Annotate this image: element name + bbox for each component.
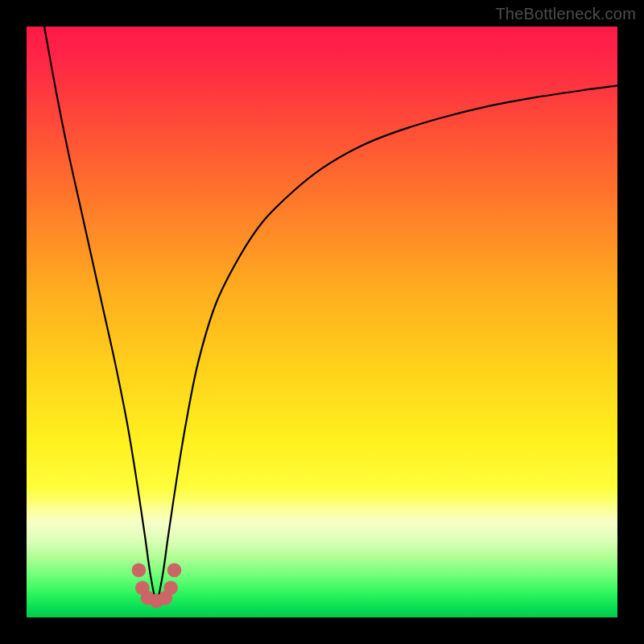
notch-markers [132, 563, 182, 608]
bottleneck-curve [44, 27, 617, 600]
curve-layer [27, 27, 617, 617]
notch-dot [132, 563, 147, 577]
watermark-label: TheBottleneck.com [495, 5, 636, 23]
plot-area [27, 27, 617, 617]
chart-frame: TheBottleneck.com [0, 0, 644, 644]
notch-dot [163, 580, 178, 595]
notch-dot [167, 563, 182, 577]
